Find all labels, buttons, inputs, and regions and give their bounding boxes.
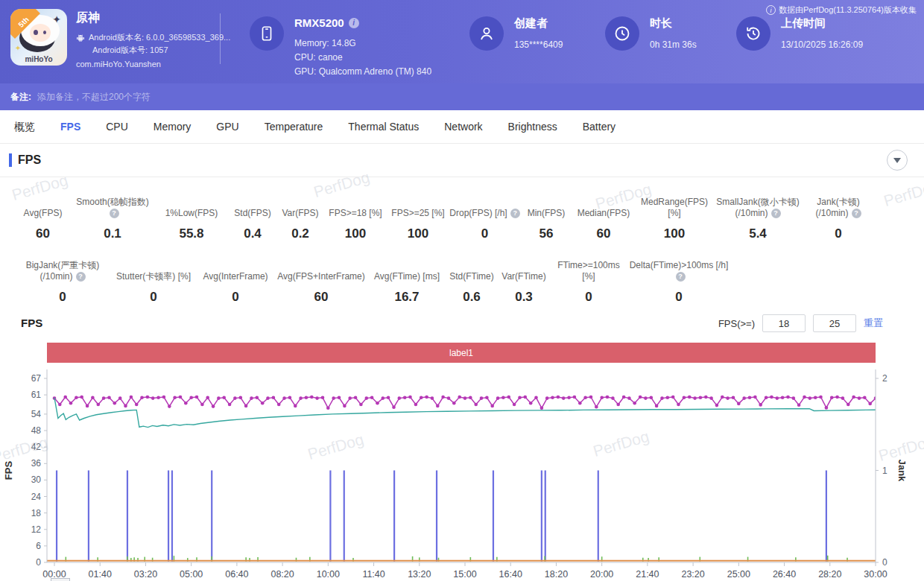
tab-thermal-status[interactable]: Thermal Status (335, 110, 431, 144)
metric-tabbar: 概览FPSCPUMemoryGPUTemperatureThermal Stat… (0, 110, 924, 144)
stat-value: 56 (539, 226, 554, 241)
svg-text:12: 12 (31, 524, 42, 535)
android-version-code: Android版本号: 1057 (92, 44, 168, 57)
stat-value: 0 (675, 290, 682, 305)
svg-text:18:20: 18:20 (545, 569, 568, 580)
watermark-text: PerfDog (882, 177, 924, 210)
stat-value: 0 (59, 290, 66, 305)
chart-threshold-controls: FPS(>=) 重置 (718, 314, 883, 332)
collector-note: i 数据由PerfDog(11.3.250764)版本收集 (766, 4, 917, 16)
collapse-section-button[interactable] (887, 150, 908, 171)
stat-medrange-fps-%-: MedRange(FPS)[%]100 (635, 192, 714, 241)
help-icon[interactable]: ? (110, 209, 119, 218)
help-icon[interactable]: ? (852, 209, 861, 218)
reset-button[interactable]: 重置 (864, 317, 883, 330)
stat-jank-: Jank(卡顿)(/10min)?0 (802, 192, 875, 241)
section-accent-bar (9, 153, 12, 167)
svg-text:03:20: 03:20 (134, 569, 157, 580)
chart-label-text: label1 (449, 348, 473, 358)
perfdog-report-page: i 数据由PerfDog(11.3.250764)版本收集 5th ✦ ✦ mi… (0, 0, 924, 581)
y-axis-label-fps: FPS (3, 461, 14, 480)
stat-value: 60 (597, 226, 611, 241)
stat-bigjank-: BigJank(严重卡顿)(/10min)?0 (15, 255, 110, 305)
stat-value: 0.2 (291, 226, 309, 241)
stat-value: 60 (36, 226, 50, 241)
clock-icon (605, 16, 639, 51)
y-axis-label-jank: Jank (896, 460, 908, 482)
svg-text:0: 0 (36, 557, 41, 568)
duration-block: 时长 0h 31m 36s (605, 16, 697, 52)
stat-value: 16.7 (394, 290, 419, 305)
tab-brightness[interactable]: Brightness (496, 110, 570, 144)
svg-text:20:00: 20:00 (590, 569, 613, 580)
tab-temperature[interactable]: Temperature (252, 110, 336, 144)
device-info-icon[interactable]: i (349, 18, 359, 28)
datazoom-slider[interactable] (51, 578, 70, 581)
creator-label: 创建者 (514, 16, 563, 31)
threshold-low-input[interactable] (762, 314, 806, 332)
svg-text:18: 18 (31, 508, 42, 518)
stat-var-ftime-: Var(FTime)0.3 (498, 255, 550, 305)
stat-value: 0 (585, 290, 592, 305)
stat-fps>=25-%-: FPS>=25 [%]100 (387, 192, 449, 241)
device-gpu: GPU: Qualcomm Adreno (TM) 840 (294, 65, 431, 79)
svg-text:36: 36 (31, 458, 42, 469)
svg-text:26:40: 26:40 (773, 569, 796, 580)
tab-fps[interactable]: FPS (48, 110, 93, 144)
tab-battery[interactable]: Battery (570, 110, 628, 144)
star-icon-small: ✦ (15, 44, 21, 52)
device-block: RMX5200 i Memory: 14.8G CPU: canoe GPU: … (250, 16, 431, 79)
chart-label-bar: label1 (47, 343, 876, 363)
stats-row-1: Avg(FPS)60Smooth(稳帧指数)?0.11%Low(FPS)55.8… (15, 192, 875, 241)
tab-cpu[interactable]: CPU (93, 110, 141, 144)
stat-std-fps-: Std(FPS)0.4 (229, 192, 276, 241)
svg-text:25:00: 25:00 (727, 569, 750, 580)
svg-text:30: 30 (31, 474, 42, 485)
svg-text:67: 67 (31, 373, 42, 384)
tab-gpu[interactable]: GPU (203, 110, 251, 144)
note-bar[interactable]: 备注: 添加备注，不超过200个字符 (0, 83, 924, 110)
help-icon[interactable]: ? (771, 209, 781, 218)
app-vendor: miHoYo (10, 55, 67, 63)
tab-概览[interactable]: 概览 (1, 110, 48, 144)
stat-value: 0.4 (244, 226, 262, 241)
svg-text:42: 42 (31, 442, 42, 452)
stat-value: 5.4 (749, 226, 767, 241)
fps-timeline-chart[interactable]: 676154484236302418126021000:0001:4003:20… (0, 365, 924, 581)
note-placeholder: 添加备注，不超过200个字符 (37, 91, 151, 104)
stat-value: 60 (314, 290, 329, 305)
info-icon: i (766, 5, 776, 15)
svg-text:10:00: 10:00 (317, 569, 340, 580)
svg-text:28:20: 28:20 (818, 569, 841, 580)
app-block: 5th ✦ ✦ miHoYo 原神 Android版本名: 6.0.0_3659… (10, 9, 230, 71)
app-icon: 5th ✦ ✦ miHoYo (10, 9, 67, 66)
duration-label: 时长 (650, 16, 697, 31)
fps-section-header: FPS (0, 144, 924, 177)
stat-avg-fps-interframe-: Avg(FPS+InterFrame)60 (274, 255, 368, 305)
chevron-down-icon (893, 158, 901, 163)
svg-text:05:00: 05:00 (180, 569, 203, 580)
svg-text:2: 2 (882, 373, 887, 384)
threshold-label: FPS(>=) (718, 318, 755, 329)
creator-value: 135****6409 (514, 38, 563, 52)
stats-row-2: BigJank(严重卡顿)(/10min)?0Stutter(卡顿率) [%]0… (15, 255, 730, 305)
stat-value: 100 (345, 226, 366, 241)
svg-text:11:40: 11:40 (362, 569, 385, 580)
stat-value: 0 (481, 226, 488, 241)
help-icon[interactable]: ? (76, 272, 86, 282)
svg-text:15:00: 15:00 (453, 569, 476, 580)
svg-text:13:20: 13:20 (408, 569, 431, 580)
help-icon[interactable]: ? (676, 272, 686, 282)
threshold-high-input[interactable] (813, 314, 856, 332)
tab-memory[interactable]: Memory (141, 110, 204, 144)
svg-text:06:40: 06:40 (225, 569, 248, 580)
chart-title: FPS (21, 317, 42, 329)
help-icon[interactable]: ? (510, 209, 520, 218)
tab-network[interactable]: Network (431, 110, 495, 144)
person-icon (469, 16, 504, 51)
chart-series-layer (47, 396, 921, 562)
header-divider (220, 13, 221, 64)
svg-text:01:40: 01:40 (89, 569, 112, 580)
svg-text:54: 54 (31, 409, 42, 419)
svg-text:1: 1 (882, 466, 887, 476)
